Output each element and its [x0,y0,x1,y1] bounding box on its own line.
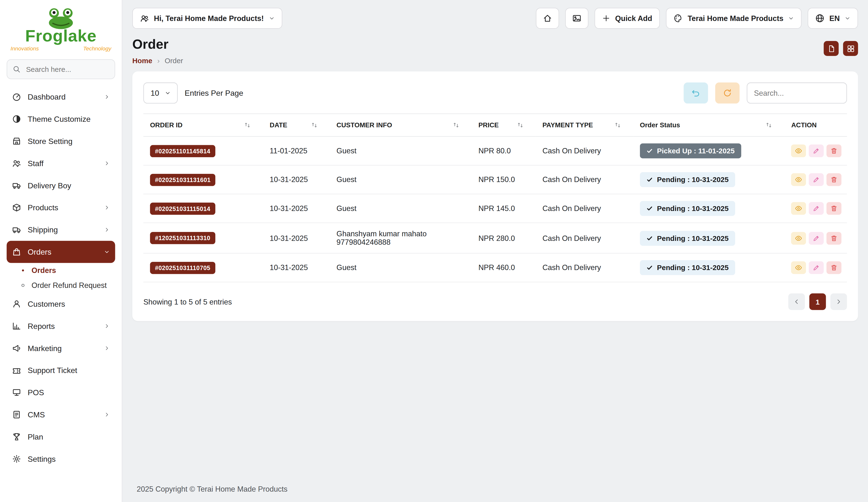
order-price: NPR 80.0 [472,136,536,165]
chevron-right-icon [104,323,110,329]
table-search-input[interactable] [747,82,847,103]
chevron-left-icon [793,298,800,305]
theme-icon [12,114,21,123]
sidebar-item-products[interactable]: Products [7,196,115,219]
speedometer-icon [12,92,21,101]
store-switcher-dropdown[interactable]: Terai Home Made Products [666,8,802,29]
sort-icon[interactable] [614,122,621,129]
customer-phone: 9779804246888 [337,238,467,246]
order-row: #02025103113160110-31-2025GuestNPR 150.0… [143,165,847,194]
edit-order-button[interactable] [809,202,824,215]
delete-order-button[interactable] [827,144,842,157]
layout-grid-button[interactable] [843,41,858,56]
delete-order-button[interactable] [827,262,842,274]
order-id-badge: #020251031131601 [150,174,216,186]
column-header-order-id[interactable]: ORDER ID [143,114,263,136]
sidebar-item-store-setting[interactable]: Store Setting [7,130,115,152]
column-header-price[interactable]: PRICE [472,114,536,136]
sidebar-item-theme-customize[interactable]: Theme Customize [7,108,115,130]
export-button[interactable] [824,41,839,56]
sidebar-item-marketing[interactable]: Marketing [7,337,115,359]
store-greeting-dropdown[interactable]: Hi, Terai Home Made Products! [132,8,282,29]
order-date: 10-31-2025 [263,165,330,194]
quick-add-button[interactable]: Quick Add [595,8,660,29]
edit-order-button[interactable] [809,262,824,274]
view-order-button[interactable] [791,144,806,157]
sidebar-item-settings[interactable]: Settings [7,448,115,470]
check-icon [647,265,652,270]
sidebar-item-staff[interactable]: Staff [7,152,115,174]
box-icon [12,203,21,212]
row-actions [791,173,843,186]
chevron-right-icon [836,298,842,305]
chevron-right-icon [104,205,110,210]
app: Froglake Innovations Technology Dashboar… [0,0,868,502]
payment-type: Cash On Delivery [536,223,633,253]
sidebar-subitem-orders[interactable]: Orders [7,263,115,278]
order-price: NPR 460.0 [472,253,536,282]
pagination-prev-button[interactable] [788,294,805,310]
order-price: NPR 145.0 [472,194,536,223]
sidebar-search-input[interactable] [25,64,109,74]
staff-icon [12,159,21,168]
main-area: Hi, Terai Home Made Products! Quick Add … [122,0,868,502]
brand-logo[interactable]: Froglake Innovations Technology [7,4,115,55]
sidebar-item-cms[interactable]: CMS [7,403,115,426]
pagination-page-button[interactable]: 1 [809,294,826,310]
undo-button[interactable] [683,82,708,103]
sort-icon[interactable] [766,122,773,129]
customer-info: Guest [330,194,472,223]
delivery-icon [12,181,21,190]
sort-icon[interactable] [453,122,460,129]
language-dropdown[interactable]: EN [808,8,858,29]
column-header-order-status[interactable]: Order Status [633,114,785,136]
sidebar-item-orders[interactable]: Orders [7,241,115,263]
pagination-next-button[interactable] [830,294,847,310]
sidebar-item-dashboard[interactable]: Dashboard [7,86,115,108]
sidebar-search[interactable] [7,59,115,79]
sidebar-item-plan[interactable]: Plan [7,426,115,448]
order-row: #12025103111331010-31-2025Ghanshyam kuma… [143,223,847,253]
sort-icon[interactable] [244,122,251,129]
sidebar-item-delivery-boy[interactable]: Delivery Boy [7,174,115,196]
sidebar-item-pos[interactable]: POS [7,381,115,403]
column-header-date[interactable]: DATE [263,114,330,136]
sidebar-item-label: Products [28,203,58,212]
language-label: EN [829,14,840,22]
order-date: 11-01-2025 [263,136,330,165]
sidebar-item-shipping[interactable]: Shipping [7,219,115,241]
order-id-badge: #020251031115014 [150,202,215,215]
sidebar-item-customers[interactable]: Customers [7,293,115,315]
view-order-button[interactable] [791,232,806,245]
bag-icon [12,247,21,256]
sort-icon[interactable] [311,122,318,129]
sort-icon[interactable] [517,122,524,129]
orders-table: ORDER IDDATECUSTOMER INFOPRICEPAYMENT TY… [143,114,847,282]
storefront-button[interactable] [566,8,589,29]
delete-order-button[interactable] [827,232,842,245]
refresh-button[interactable] [715,82,740,103]
edit-order-button[interactable] [809,144,824,157]
sidebar-subitem-order-refund-request[interactable]: Order Refund Request [7,278,115,293]
delete-order-button[interactable] [827,173,842,186]
plus-icon [602,14,610,22]
breadcrumb-home-link[interactable]: Home [132,57,152,65]
entries-per-page-select[interactable]: 10 [143,82,177,103]
column-header-customer-info[interactable]: CUSTOMER INFO [330,114,472,136]
undo-icon [692,89,700,98]
ticket-icon [12,366,21,375]
view-order-button[interactable] [791,173,806,186]
cms-icon [12,410,21,419]
edit-order-button[interactable] [809,173,824,186]
view-order-button[interactable] [791,262,806,274]
column-header-payment-type[interactable]: PAYMENT TYPE [536,114,633,136]
delete-order-button[interactable] [827,202,842,215]
sidebar-item-reports[interactable]: Reports [7,315,115,337]
order-date: 10-31-2025 [263,194,330,223]
edit-order-button[interactable] [809,232,824,245]
view-order-button[interactable] [791,202,806,215]
home-button[interactable] [536,8,559,29]
chevron-right-icon [104,227,110,233]
order-id-badge: #120251031113310 [150,232,215,244]
sidebar-item-support-ticket[interactable]: Support Ticket [7,359,115,381]
